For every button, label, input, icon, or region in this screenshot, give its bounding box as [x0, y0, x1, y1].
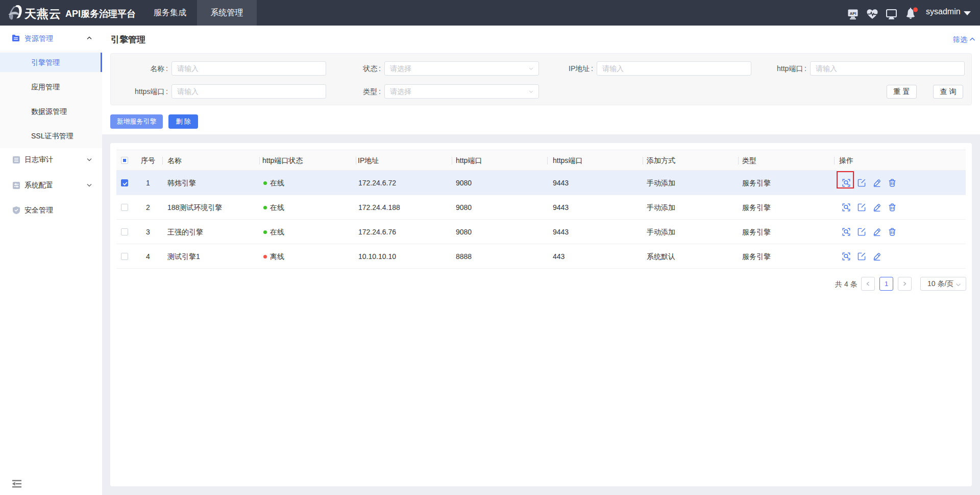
- svg-text:API: API: [850, 11, 856, 16]
